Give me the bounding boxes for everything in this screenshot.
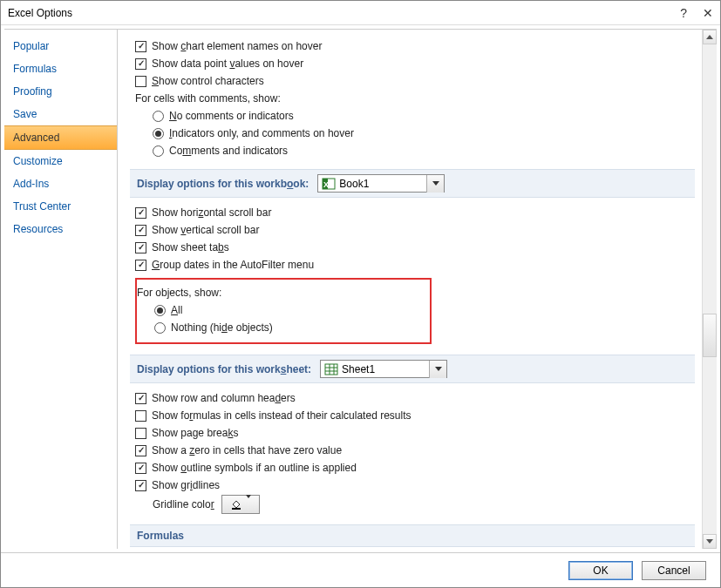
dialog-footer: OK Cancel [1,552,720,587]
sidebar-item-save[interactable]: Save [4,103,117,125]
section-workbook: Display options for this workbook: X Boo… [130,169,695,198]
label-show-formulas: Show formulas in cells instead of their … [152,409,411,422]
ok-button[interactable]: OK [568,561,633,580]
radio-comments-and[interactable] [153,145,164,157]
combo-workbook-dropdown[interactable] [426,175,444,193]
help-icon[interactable]: ? [680,6,687,20]
sidebar-item-advanced[interactable]: Advanced [4,125,117,150]
sidebar-item-addins[interactable]: Add-Ins [4,172,117,195]
label-gridlines: Show gridlines [152,479,220,491]
scroll-thumb[interactable] [703,314,717,357]
gridline-color-button[interactable] [221,495,260,514]
section-formulas: Formulas [130,524,695,547]
objects-highlight: For objects, show: All Nothing (hide obj… [135,278,432,344]
label-comments-heading: For cells with comments, show: [135,92,281,105]
svg-rect-3 [325,364,337,375]
svg-text:X: X [323,180,329,189]
sidebar-item-customize[interactable]: Customize [4,150,117,172]
checkbox-h-scroll[interactable] [135,207,146,219]
cancel-button[interactable]: Cancel [642,561,706,580]
checkbox-chart-names[interactable] [135,41,146,52]
combo-worksheet[interactable]: Sheet1 [320,360,447,378]
checkbox-control-chars[interactable] [135,76,146,87]
radio-indicators-only[interactable] [153,128,164,139]
combo-worksheet-dropdown[interactable] [429,361,446,378]
excel-worksheet-icon [324,362,338,376]
scroll-down-button[interactable] [703,534,717,549]
checkbox-zero[interactable] [135,445,146,456]
vertical-scrollbar[interactable] [702,30,717,549]
titlebar: Excel Options ? ✕ [1,1,720,25]
sidebar-item-resources[interactable]: Resources [4,218,117,240]
sidebar-item-popular[interactable]: Popular [4,35,117,57]
excel-options-dialog: Excel Options ? ✕ Popular Formulas Proof… [0,0,721,588]
label-group-dates: Group dates in the AutoFilter menu [152,259,314,271]
paint-bucket-icon [230,498,242,510]
label-chart-names: Show chart element names on hover [152,40,322,52]
label-comments-and: Comments and indicators [169,145,288,157]
label-objects-nothing: Nothing (hide objects) [171,321,273,334]
checkbox-show-formulas[interactable] [135,410,146,422]
label-page-breaks: Show page breaks [152,427,238,439]
label-control-chars: Show control characters [152,75,264,87]
label-outline: Show outline symbols if an outline is ap… [152,462,357,474]
checkbox-data-point[interactable] [135,58,146,70]
checkbox-headers[interactable] [135,393,146,404]
label-sheet-tabs: Show sheet tabs [152,241,229,253]
dialog-title: Excel Options [8,7,680,19]
close-icon[interactable]: ✕ [703,6,713,20]
section-workbook-title: Display options for this workbook: [137,178,309,190]
label-zero: Show a zero in cells that have zero valu… [152,444,342,456]
sidebar-item-trust-center[interactable]: Trust Center [4,195,117,218]
svg-rect-8 [232,508,241,510]
section-worksheet: Display options for this worksheet: Shee… [130,355,695,383]
checkbox-group-dates[interactable] [135,260,146,271]
sidebar-item-proofing[interactable]: Proofing [4,80,117,103]
radio-objects-all[interactable] [154,305,166,316]
chevron-down-icon [244,498,251,510]
label-data-point: Show data point values on hover [152,57,303,70]
label-objects-all: All [171,304,182,316]
excel-workbook-icon: X [322,177,336,191]
sidebar: Popular Formulas Proofing Save Advanced … [4,30,118,549]
label-no-comments: No comments or indicators [169,110,294,122]
checkbox-page-breaks[interactable] [135,428,146,439]
combo-workbook-value: Book1 [339,178,426,190]
label-h-scroll: Show horizontal scroll bar [152,206,271,219]
label-v-scroll: Show vertical scroll bar [152,224,259,236]
scroll-up-button[interactable] [703,30,717,44]
options-content: Show chart element names on hover Show d… [118,30,702,549]
combo-worksheet-value: Sheet1 [342,363,429,375]
checkbox-gridlines[interactable] [135,480,146,491]
checkbox-outline[interactable] [135,463,146,474]
sidebar-item-formulas[interactable]: Formulas [4,57,117,80]
radio-no-comments[interactable] [153,111,164,122]
label-objects-heading: For objects, show: [137,287,221,299]
label-headers: Show row and column headers [152,392,296,404]
radio-objects-nothing[interactable] [154,322,166,334]
section-worksheet-title: Display options for this worksheet: [137,363,311,375]
section-formulas-title: Formulas [137,530,184,542]
label-gridline-color: Gridline color [153,498,214,510]
combo-workbook[interactable]: X Book1 [317,174,445,193]
scroll-track[interactable] [703,44,717,534]
checkbox-v-scroll[interactable] [135,225,146,236]
label-indicators-only: Indicators only, and comments on hover [169,127,354,139]
checkbox-sheet-tabs[interactable] [135,242,146,253]
